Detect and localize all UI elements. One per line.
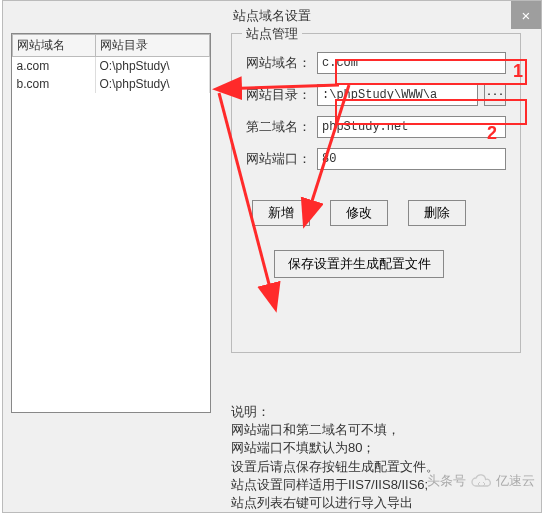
save-config-button[interactable]: 保存设置并生成配置文件 [274,250,444,278]
watermark-brand: 亿速云 [496,472,535,490]
port-label: 网站端口： [246,150,311,168]
port-input[interactable] [317,148,506,170]
domain-label: 网站域名： [246,54,311,72]
delete-button[interactable]: 删除 [408,200,466,226]
table-header-row: 网站域名 网站目录 [13,35,210,57]
watermark-prefix: 头条号 [427,472,466,490]
col-domain[interactable]: 网站域名 [13,35,96,57]
dialog-title: 站点域名设置 [233,7,311,25]
domain-table[interactable]: 网站域名 网站目录 a.com O:\phpStudy\ b.com O:\ph… [11,33,211,413]
modify-button[interactable]: 修改 [330,200,388,226]
cloud-icon [470,473,492,489]
group-legend: 站点管理 [242,25,302,43]
table-row[interactable]: b.com O:\phpStudy\ [13,75,210,93]
table-row[interactable]: a.com O:\phpStudy\ [13,57,210,76]
browse-button[interactable]: ··· [484,84,506,106]
domain-input[interactable] [317,52,506,74]
second-domain-input[interactable] [317,116,506,138]
note-line: 站点列表右键可以进行导入导出 [231,494,533,512]
watermark: 头条号 亿速云 [427,472,535,490]
col-dir[interactable]: 网站目录 [95,35,209,57]
dir-label: 网站目录： [246,86,311,104]
note-line: 网站端口不填默认为80； [231,439,533,457]
notes-block: 说明： 网站端口和第二域名可不填， 网站端口不填默认为80； 设置后请点保存按钮… [231,403,533,512]
note-line: 网站端口和第二域名可不填， [231,421,533,439]
close-button[interactable]: × [511,1,541,29]
site-admin-group: 站点管理 网站域名： 网站目录： ··· 第二域名： 网站端口： [231,33,521,353]
dir-input[interactable] [317,84,478,106]
second-domain-label: 第二域名： [246,118,311,136]
add-button[interactable]: 新增 [252,200,310,226]
note-line: 说明： [231,403,533,421]
